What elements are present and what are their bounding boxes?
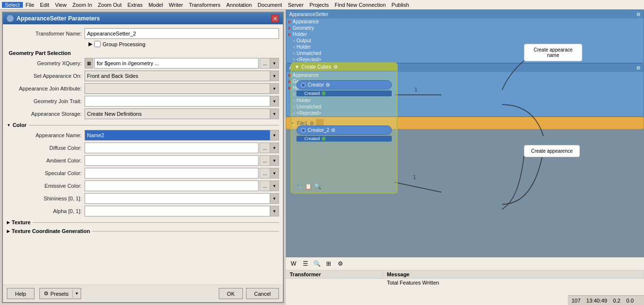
geometry-join-trait-input[interactable] <box>85 96 270 107</box>
emissive-dropdown[interactable]: ▼ <box>270 180 279 191</box>
presets-dropdown-button[interactable]: ▼ <box>72 289 81 298</box>
create-appearance-label-1: Create appearace name <box>534 47 573 58</box>
storage-dropdown[interactable]: ▼ <box>270 108 279 119</box>
diffuse-color-input[interactable] <box>85 143 259 153</box>
appearance-setter-2-gear[interactable]: ⚙ <box>636 65 641 71</box>
group-icon-2[interactable]: 📋 <box>305 183 312 190</box>
diffuse-color-row: Diffuse Color: ... ▼ <box>7 143 279 153</box>
help-button[interactable]: Help <box>7 288 35 299</box>
set-appearance-on-select[interactable]: Front and Back Sides <box>85 71 270 81</box>
close-button[interactable]: ✕ <box>271 15 279 22</box>
ambient-dropdown[interactable]: ▼ <box>270 155 279 166</box>
transformer-name-input[interactable] <box>85 28 279 39</box>
alpha-dropdown[interactable]: ▼ <box>270 206 279 216</box>
shininess-input[interactable] <box>85 193 270 204</box>
emissive-color-input[interactable] <box>85 180 259 191</box>
diffuse-dropdown[interactable]: ▼ <box>270 143 279 153</box>
menu-select[interactable]: Select <box>2 2 23 8</box>
join-trait-dropdown[interactable]: ▼ <box>270 96 279 107</box>
appearance-setter-1-label: AppearanceSetter <box>289 12 329 17</box>
menu-file[interactable]: File <box>23 2 37 8</box>
ok-button[interactable]: OK <box>219 288 243 299</box>
bottom-btn-gear[interactable]: ⚙ <box>335 259 345 269</box>
creator-1-port-label: Created <box>304 91 320 96</box>
bottom-btn-w[interactable]: W <box>289 259 298 269</box>
create-appearance-node-1[interactable]: Create appearace name <box>524 44 582 61</box>
join-attr-dropdown[interactable]: ▼ <box>270 83 279 94</box>
create-appearance-node-2[interactable]: Create appearence <box>524 145 580 157</box>
creator-1-node[interactable]: Creator ⚙ <box>296 80 392 90</box>
alpha-input[interactable] <box>85 206 270 216</box>
menu-zoomout[interactable]: Zoom Out <box>95 2 124 8</box>
set-appearance-dropdown[interactable]: ▼ <box>270 71 279 81</box>
port-arrow-holder <box>288 33 291 36</box>
status-number: 107 <box>572 298 580 304</box>
menu-find-connection[interactable]: Find New Connection <box>331 2 388 8</box>
appearance-setter-1-header: AppearanceSetter ⚙ <box>286 10 644 18</box>
creator-2-gear[interactable]: ⚙ <box>331 127 335 133</box>
group-gear-icon[interactable]: ⚙ <box>333 64 338 70</box>
emissive-color-row: Emissive Color: ... ▼ <box>7 180 279 191</box>
group-icon-3[interactable]: 🔍 <box>314 183 321 190</box>
create-cubes-group[interactable]: ▼ Create Cubes ⚙ Creator ⚙ Created <box>291 62 398 194</box>
appearance-name-label: Appearance Name: <box>7 132 85 138</box>
creator-2-node[interactable]: Creator_2 ⚙ <box>296 126 392 135</box>
emissive-color-browse[interactable]: ... <box>260 180 270 191</box>
menu-publish[interactable]: Publish <box>389 2 412 8</box>
ambient-color-input[interactable] <box>85 155 259 166</box>
cancel-button[interactable]: Cancel <box>246 288 279 299</box>
group-icon-1[interactable]: 🔧 <box>296 183 303 190</box>
presets-button[interactable]: ⚙ Presets <box>40 288 72 299</box>
port-appearance-1: Appearance <box>286 18 644 25</box>
specular-dropdown[interactable]: ▼ <box>270 168 279 179</box>
bottom-btn-filter[interactable]: ⊞ <box>324 259 333 269</box>
texture-coord-section-header[interactable]: ▶ Texture Coordinate Generation <box>7 228 279 234</box>
group-processing-checkbox[interactable] <box>94 41 101 47</box>
port-label-geometry: Geometry <box>293 25 314 31</box>
bottom-btn-search[interactable]: 🔍 <box>312 259 322 269</box>
menu-projects[interactable]: Projects <box>307 2 332 8</box>
menu-transformers[interactable]: Transformers <box>186 2 224 8</box>
appearance-storage-select[interactable]: Create New Definitions <box>85 108 270 119</box>
creator-2-port-label: Created <box>304 136 320 141</box>
menu-view[interactable]: View <box>52 2 70 8</box>
dialog-footer: Help ⚙ Presets ▼ OK Cancel <box>3 285 283 302</box>
port-label-holder: Holder <box>293 32 307 37</box>
appearance-setter-1-gear[interactable]: ⚙ <box>636 12 641 17</box>
set-appearance-on-row: Set Appearance On: Front and Back Sides … <box>7 71 279 81</box>
texture-section-header[interactable]: ▶ Texture <box>7 219 279 225</box>
color-section-header[interactable]: ▼ Color <box>7 122 279 128</box>
menu-model[interactable]: Model <box>145 2 166 8</box>
menu-edit[interactable]: Edit <box>37 2 52 8</box>
diffuse-color-browse[interactable]: ... <box>260 143 270 153</box>
menu-zoomin[interactable]: Zoom In <box>70 2 95 8</box>
menu-server[interactable]: Server <box>285 2 306 8</box>
shininess-dropdown[interactable]: ▼ <box>270 193 279 204</box>
texture-section-line <box>33 222 279 223</box>
specular-color-input[interactable] <box>85 168 259 179</box>
creator-1-gear[interactable]: ⚙ <box>326 82 330 88</box>
menu-document[interactable]: Document <box>255 2 285 8</box>
specular-color-browse[interactable]: ... <box>260 168 270 179</box>
transformer-name-row: Transformer Name: <box>7 28 279 39</box>
xquery-browse-button[interactable]: ... <box>260 58 270 69</box>
port-geometry-1: Geometry <box>286 25 644 31</box>
ambient-color-browse[interactable]: ... <box>260 155 270 166</box>
menu-extras[interactable]: Extras <box>124 2 145 8</box>
status-time: 13:40:49 <box>586 298 607 304</box>
xquery-dropdown[interactable]: ▼ <box>270 58 279 69</box>
svg-line-2 <box>395 182 441 192</box>
canvas-area[interactable]: 1 1 Create appearace name ▼ Create Cubes… <box>286 10 644 305</box>
appearance-name-input[interactable] <box>85 130 270 141</box>
port-arrow-out-1 <box>292 39 295 43</box>
port-output-1: Output <box>286 37 644 44</box>
bottom-btn-list[interactable]: ☰ <box>300 259 310 269</box>
geometry-xquery-input[interactable] <box>94 58 259 69</box>
col-transformer-header: Transformer <box>286 270 383 278</box>
row-message-value: Total Features Written <box>383 279 443 287</box>
menu-writer[interactable]: Writer <box>166 2 186 8</box>
menu-annotation[interactable]: Annotation <box>224 2 255 8</box>
appearance-setter-1-node[interactable]: AppearanceSetter ⚙ Appearance Geometry H… <box>286 10 644 63</box>
appearance-name-dropdown[interactable]: ▼ <box>270 130 279 141</box>
appearance-join-attr-select[interactable] <box>85 83 270 94</box>
